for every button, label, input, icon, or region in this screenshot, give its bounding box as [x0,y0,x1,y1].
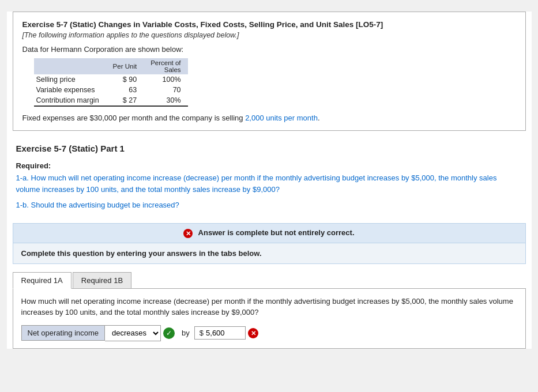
row-label-contribution-margin: Contribution margin [34,95,106,106]
tab-required-1b[interactable]: Required 1B [73,272,131,288]
part-title: Exercise 5-7 (Static) Part 1 [16,144,522,153]
x-icon[interactable]: ✕ [248,328,258,338]
answer-status-box: ✕ Answer is complete but not entirely co… [13,223,526,243]
tabs-container: Required 1A Required 1B How much will ne… [13,272,526,349]
row-value-variable-expenses-unit: 63 [106,85,144,95]
col-header-empty [34,58,106,74]
row-value-contribution-margin-unit: $ 27 [106,95,144,106]
tab-required-1a[interactable]: Required 1A [13,272,72,289]
tab-question-text: How much will net operating income incre… [21,296,517,318]
required-label: Required: [16,161,522,170]
net-operating-income-text: Net operating income [28,329,99,337]
tab-1b-label: Required 1B [81,276,123,285]
amount-input[interactable] [206,329,240,337]
table-row-contribution: Contribution margin $ 27 30% [34,95,188,106]
complete-box: Complete this question by entering your … [13,243,526,264]
row-value-contribution-margin-pct: 30% [144,95,187,106]
data-table: Per Unit Percent of Sales Selling price … [34,58,188,107]
exercise-title: Exercise 5-7 (Static) Changes in Variabl… [22,20,516,29]
row-value-selling-price-pct: 100% [144,74,187,85]
tab-1a-label: Required 1A [21,276,63,285]
by-label: by [177,326,194,340]
check-icon: ✓ [163,327,175,339]
page-container: Exercise 5-7 (Static) Changes in Variabl… [7,12,532,349]
info-box: Exercise 5-7 (Static) Changes in Variabl… [13,12,526,131]
tabs-row: Required 1A Required 1B [13,272,526,289]
dollar-sign: $ [200,329,204,337]
subtitle: [The following information applies to th… [22,31,516,39]
question-1a: 1-a. How much will net operating income … [16,172,522,195]
row-value-variable-expenses-pct: 70 [144,85,187,95]
tab-1a-content: How much will net operating income incre… [13,289,526,349]
table-row: Variable expenses 63 70 [34,85,188,95]
table-row: Selling price $ 90 100% [34,74,188,85]
complete-text: Complete this question by entering your … [21,249,262,258]
highlight-units: 2,000 units per month [245,114,318,122]
fixed-expenses-text: Fixed expenses are $30,000 per month and… [22,114,516,122]
part-section: Exercise 5-7 (Static) Part 1 Required: 1… [7,137,532,223]
error-icon: ✕ [183,229,193,238]
col-header-percent-sales: Percent of Sales [144,58,187,74]
row-label-variable-expenses: Variable expenses [34,85,106,95]
decreases-select[interactable]: increases decreases [105,325,161,341]
row-label-selling-price: Selling price [34,74,106,85]
amount-input-wrapper: $ [194,326,246,340]
answer-status-text: Answer is complete but not entirely corr… [198,228,355,237]
question-1b: 1-b. Should the advertising budget be in… [16,201,522,209]
col-header-per-unit: Per Unit [106,58,144,74]
answer-label-net-operating-income: Net operating income [21,325,106,341]
row-value-selling-price-unit: $ 90 [106,74,144,85]
answer-row: Net operating income increases decreases… [21,325,517,341]
data-label: Data for Hermann Corporation are shown b… [22,45,516,54]
